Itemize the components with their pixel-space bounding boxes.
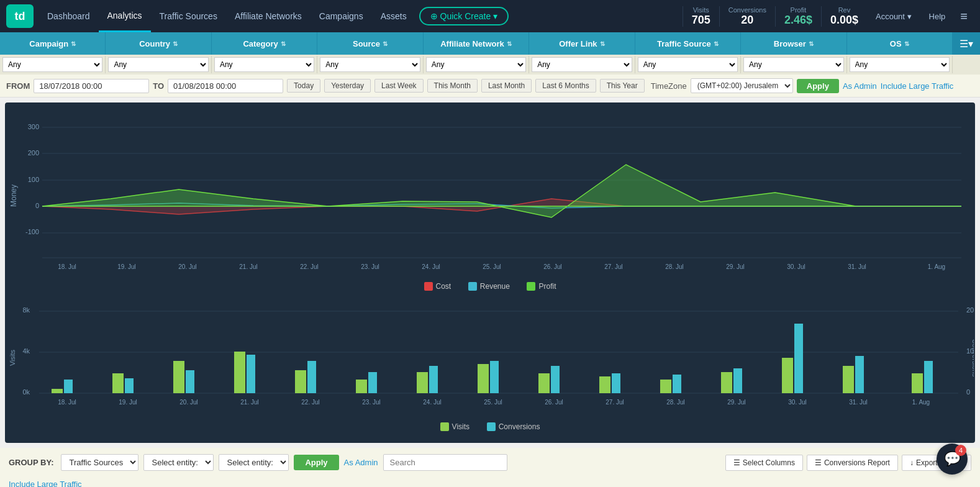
to-date-input[interactable] — [168, 79, 283, 93]
date-bar: FROM TO Today Yesterday Last Week This M… — [0, 75, 980, 98]
os-select[interactable]: Any — [850, 57, 950, 72]
conversions-legend-dot — [487, 422, 496, 431]
nav-campaigns[interactable]: Campaigns — [311, 0, 372, 32]
svg-text:27. Jul: 27. Jul — [604, 263, 622, 270]
campaign-select[interactable]: Any — [2, 57, 102, 72]
svg-rect-63 — [673, 375, 681, 393]
from-date-input[interactable] — [34, 79, 149, 93]
filter-input-browser[interactable]: Any — [741, 56, 846, 73]
nav-traffic-sources[interactable]: Traffic Sources — [151, 0, 226, 32]
cost-legend-dot — [424, 282, 433, 291]
source-select[interactable]: Any — [320, 57, 420, 72]
svg-text:31. Jul: 31. Jul — [848, 263, 866, 270]
svg-text:23. Jul: 23. Jul — [362, 399, 380, 406]
bottom-apply-button[interactable]: Apply — [294, 455, 338, 470]
include-large-traffic-link[interactable]: Include Large Traffic — [881, 81, 954, 91]
entity2-select[interactable]: Select entity: — [219, 454, 289, 471]
filter-input-affiliate[interactable]: Any — [424, 56, 529, 73]
filter-input-country[interactable]: Any — [106, 56, 211, 73]
this-year-button[interactable]: This Year — [600, 79, 645, 93]
chat-bubble[interactable]: 💬 4 — [937, 444, 968, 475]
filter-offer-link[interactable]: Offer Link ⇅ — [529, 32, 635, 55]
svg-text:23. Jul: 23. Jul — [361, 263, 379, 270]
filter-source[interactable]: Source ⇅ — [317, 32, 423, 55]
filter-os[interactable]: OS ⇅ — [847, 32, 953, 55]
svg-text:0: 0 — [35, 202, 39, 209]
filter-browser[interactable]: Browser ⇅ — [741, 32, 846, 55]
svg-text:28. Jul: 28. Jul — [665, 263, 683, 270]
yesterday-button[interactable]: Yesterday — [324, 79, 371, 93]
filter-input-source[interactable]: Any — [317, 56, 423, 73]
conversions-legend: Conversions — [487, 422, 540, 431]
sort-icon: ⇅ — [809, 40, 814, 47]
last-month-button[interactable]: Last Month — [481, 79, 532, 93]
profit-legend: Profit — [527, 282, 556, 291]
svg-rect-69 — [855, 356, 864, 393]
right-buttons: ☰ Select Columns ☰ Conversions Report ↓ … — [725, 455, 971, 471]
timezone-select[interactable]: (GMT+02:00) Jerusalem — [691, 78, 793, 93]
as-admin-link[interactable]: As Admin — [843, 81, 877, 91]
cost-legend: Cost — [424, 282, 451, 291]
last-week-button[interactable]: Last Week — [374, 79, 423, 93]
account-menu[interactable]: Account ▾ — [867, 12, 920, 21]
svg-text:28. Jul: 28. Jul — [666, 399, 684, 406]
filter-country[interactable]: Country ⇅ — [106, 32, 211, 55]
quick-create-button[interactable]: ⊕ Quick Create ▾ — [419, 7, 509, 25]
stat-profit: Profit 2.46$ — [775, 6, 821, 27]
traffic-source-select[interactable]: Any — [638, 57, 738, 72]
filter-campaign[interactable]: Campaign ⇅ — [0, 32, 106, 55]
nav-affiliate-networks[interactable]: Affiliate Networks — [226, 0, 311, 32]
nav-analytics[interactable]: Analytics — [99, 0, 151, 32]
svg-text:18. Jul: 18. Jul — [58, 263, 76, 270]
filter-input-offer-link[interactable]: Any — [529, 56, 635, 73]
columns-icon-button[interactable]: ☰▾ — [953, 32, 980, 55]
sort-icon: ⇅ — [383, 40, 388, 47]
svg-rect-43 — [64, 380, 73, 393]
svg-rect-42 — [52, 389, 63, 393]
svg-text:26. Jul: 26. Jul — [543, 263, 561, 270]
conversions-report-button[interactable]: ☰ Conversions Report — [807, 455, 898, 471]
hamburger-menu[interactable]: ≡ — [954, 9, 974, 24]
filter-category[interactable]: Category ⇅ — [212, 32, 317, 55]
svg-text:30. Jul: 30. Jul — [788, 399, 806, 406]
svg-rect-62 — [660, 380, 671, 393]
filter-input-campaign[interactable]: Any — [0, 56, 106, 73]
filter-input-os[interactable]: Any — [847, 56, 953, 73]
svg-rect-59 — [551, 366, 560, 393]
svg-text:19. Jul: 19. Jul — [119, 399, 137, 406]
sort-icon: ⇅ — [904, 40, 909, 47]
svg-text:27. Jul: 27. Jul — [606, 399, 624, 406]
date-apply-button[interactable]: Apply — [797, 79, 839, 93]
entity1-select[interactable]: Select entity: — [143, 454, 214, 471]
help-link[interactable]: Help — [920, 12, 955, 21]
group-by-select[interactable]: Traffic Sources Campaigns Countries — [61, 454, 138, 471]
nav-dashboard[interactable]: Dashboard — [39, 0, 99, 32]
affiliate-select[interactable]: Any — [426, 57, 526, 72]
money-chart-svg: Money 300 200 100 0 -100 18. Jul — [5, 109, 974, 276]
stat-visits: Visits 705 — [683, 6, 719, 27]
bottom-controls: GROUP BY: Traffic Sources Campaigns Coun… — [0, 448, 980, 477]
nav-assets[interactable]: Assets — [372, 0, 415, 32]
include-large-row: Include Large Traffic — [0, 477, 980, 487]
select-columns-button[interactable]: ☰ Select Columns — [725, 455, 803, 471]
include-large-traffic-bottom[interactable]: Include Large Traffic — [9, 477, 82, 487]
money-chart: Money 300 200 100 0 -100 18. Jul — [5, 109, 975, 296]
last-6-months-button[interactable]: Last 6 Months — [535, 79, 596, 93]
this-month-button[interactable]: This Month — [427, 79, 478, 93]
category-select[interactable]: Any — [214, 57, 314, 72]
filter-traffic-source[interactable]: Traffic Source ⇅ — [635, 32, 741, 55]
top-navigation: td Dashboard Analytics Traffic Sources A… — [0, 0, 980, 32]
bottom-as-admin-link[interactable]: As Admin — [344, 458, 378, 467]
svg-rect-44 — [112, 373, 124, 393]
offer-link-select[interactable]: Any — [532, 57, 632, 72]
bottom-search-input[interactable] — [383, 454, 507, 471]
today-button[interactable]: Today — [287, 79, 320, 93]
filter-input-traffic-source[interactable]: Any — [635, 56, 741, 73]
svg-text:200: 200 — [966, 306, 974, 314]
filter-input-category[interactable]: Any — [212, 56, 317, 73]
browser-select[interactable]: Any — [743, 57, 843, 72]
filter-affiliate-network[interactable]: Affiliate Network ⇅ — [424, 32, 529, 55]
svg-rect-52 — [356, 380, 367, 393]
country-select[interactable]: Any — [108, 57, 208, 72]
filter-inputs-row: Any Any Any Any Any Any Any Any Any — [0, 55, 980, 75]
